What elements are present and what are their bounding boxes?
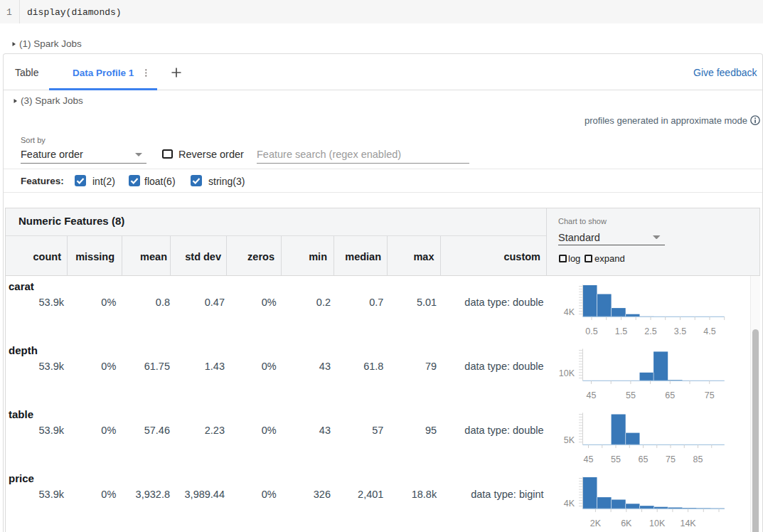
svg-text:2K: 2K bbox=[590, 518, 602, 528]
svg-text:75: 75 bbox=[666, 454, 676, 464]
svg-text:65: 65 bbox=[665, 390, 675, 400]
svg-text:65: 65 bbox=[639, 454, 649, 464]
svg-text:45: 45 bbox=[587, 390, 597, 400]
svg-text:14K: 14K bbox=[680, 518, 696, 528]
svg-text:75: 75 bbox=[705, 390, 715, 400]
svg-text:2.5: 2.5 bbox=[644, 326, 656, 336]
svg-text:55: 55 bbox=[626, 390, 636, 400]
svg-text:6K: 6K bbox=[621, 518, 632, 528]
svg-text:10K: 10K bbox=[559, 368, 575, 378]
svg-text:4K: 4K bbox=[564, 499, 575, 509]
svg-text:45: 45 bbox=[584, 454, 594, 464]
svg-text:3.5: 3.5 bbox=[674, 326, 686, 336]
svg-text:1.5: 1.5 bbox=[615, 326, 627, 336]
svg-text:5K: 5K bbox=[564, 435, 575, 445]
svg-text:4K: 4K bbox=[564, 307, 575, 317]
svg-text:4.5: 4.5 bbox=[703, 326, 715, 336]
svg-text:85: 85 bbox=[693, 454, 703, 464]
svg-text:10K: 10K bbox=[649, 518, 666, 528]
svg-text:0.5: 0.5 bbox=[585, 326, 597, 336]
svg-text:55: 55 bbox=[611, 454, 621, 464]
